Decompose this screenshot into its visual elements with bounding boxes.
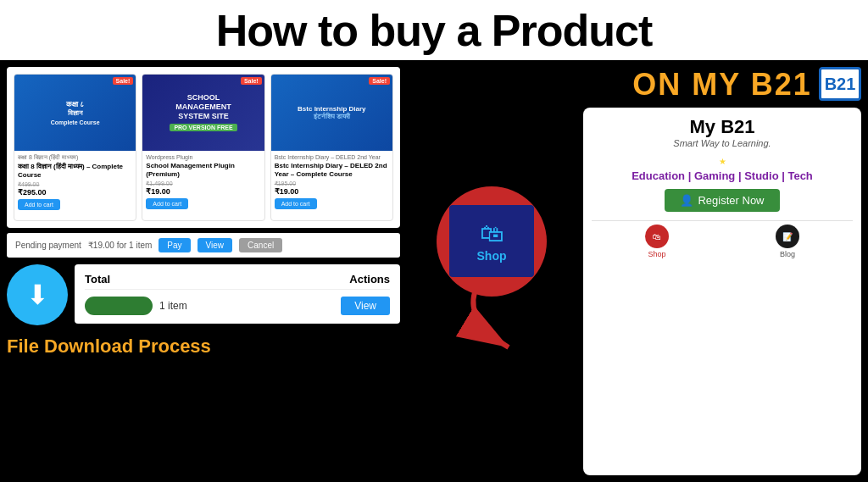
file-download-text: File Download Process (7, 336, 400, 358)
download-circle: ⬇ (7, 264, 68, 325)
add-to-cart-2[interactable]: Add to cart (146, 198, 188, 209)
shop-nav-label: Shop (648, 250, 665, 258)
star-row: ★ (719, 157, 726, 166)
blog-nav-icon: 📝 (782, 232, 793, 241)
person-icon: 👤 (680, 194, 693, 207)
product-name-1: कक्षा 8 विज्ञान (हिंदी माध्यम) – Complet… (18, 163, 132, 179)
product-price-new-2: ₹19.00 (146, 187, 260, 196)
school-mgmt-text: SCHOOL MANAGEMENT SYSTEM SITE PRO VERSIO… (170, 93, 236, 132)
order-item-text: 1 item (159, 300, 187, 312)
product-price-new-3: ₹19.00 (275, 187, 389, 196)
products-screenshot: Sale! कक्षा ८ विज्ञान Complete Course कक… (7, 67, 400, 228)
my-b21-title: My B21 (689, 116, 754, 138)
total-column-header: Total (85, 273, 110, 286)
middle-panel: 🛍 Shop (407, 60, 576, 482)
product-info-3: Bstc Internship Diary – DELED 2nd Year B… (271, 151, 392, 220)
blog-nav-label: Blog (780, 250, 795, 258)
product-name-2: School Management Plugin (Premium) (146, 162, 260, 178)
education-bar: Education | Gaming | Studio | Tech (632, 169, 813, 182)
red-arrow-svg (449, 288, 534, 356)
main-title: How to buy a Product (0, 0, 868, 60)
product-image-text-1: कक्षा ८ विज्ञान Complete Course (47, 97, 103, 129)
shop-circle: 🛍 Shop (437, 186, 547, 297)
pending-amount: ₹19.00 for 1 item (88, 241, 152, 250)
shop-label: Shop (477, 249, 507, 263)
order-view-button[interactable]: View (341, 297, 390, 315)
product-info-2: Wordpress Plugin School Management Plugi… (142, 151, 264, 220)
order-table: Total Actions 1 item View (75, 264, 400, 324)
register-now-button[interactable]: 👤 Register Now (665, 189, 779, 212)
product-type-1: कक्षा 8 विज्ञान (हिंदी माध्यम) (18, 154, 132, 161)
product-type-3: Bstc Internship Diary – DELED 2nd Year (275, 154, 389, 160)
lower-left-section: ⬇ Total Actions 1 item View (7, 264, 400, 325)
pro-badge: PRO VERSION FREE (170, 124, 236, 131)
product-card-1: Sale! कक्षा ८ विज्ञान Complete Course कक… (14, 74, 136, 221)
register-label: Register Now (698, 194, 764, 207)
nav-item-blog[interactable]: 📝 Blog (776, 225, 799, 258)
add-to-cart-3[interactable]: Add to cart (275, 198, 317, 209)
order-item-pill (85, 297, 153, 315)
shop-bag-icon: 🛍 (480, 219, 504, 247)
product-price-new-1: ₹295.00 (18, 188, 132, 197)
download-icon: ⬇ (26, 281, 49, 308)
smart-way-text: Smart Way to Learning. (673, 138, 771, 148)
phone-bottom-nav: 🛍 Shop 📝 Blog (592, 220, 853, 262)
pending-view-button[interactable]: View (198, 238, 233, 252)
shop-inner: 🛍 Shop (449, 205, 534, 277)
product-card-3: Sale! Bstc Internship Diary इंटर्नशिप डा… (270, 74, 393, 221)
b21-logo-text: B21 (825, 75, 856, 94)
pending-bar: Pending payment ₹19.00 for 1 item Pay Vi… (7, 233, 400, 258)
order-table-header: Total Actions (85, 273, 390, 290)
b21-logo-box: B21 (819, 67, 861, 101)
product-price-old-2: ₹1,499.00 (146, 180, 260, 187)
sale-badge-1: Sale! (113, 77, 134, 85)
product-info-1: कक्षा 8 विज्ञान (हिंदी माध्यम) कक्षा 8 व… (14, 151, 136, 220)
phone-mockup: My B21 Smart Way to Learning. ★ Educatio… (583, 108, 861, 475)
content-area: Sale! कक्षा ८ विज्ञान Complete Course कक… (0, 60, 868, 482)
product-card-2: Sale! SCHOOL MANAGEMENT SYSTEM SITE PRO … (142, 74, 264, 221)
sale-badge-3: Sale! (369, 77, 390, 85)
product-image-text-3: Bstc Internship Diary इंटर्नशिप डायरी (294, 102, 369, 125)
product-price-old-3: ₹195.00 (275, 180, 389, 187)
product-type-2: Wordpress Plugin (146, 154, 260, 160)
nav-item-shop[interactable]: 🛍 Shop (645, 225, 669, 258)
right-panel: ON MY B21 B21 My B21 Smart Way to Learni… (576, 60, 868, 482)
pending-cancel-button[interactable]: Cancel (239, 238, 282, 252)
add-to-cart-1[interactable]: Add to cart (18, 199, 60, 210)
order-table-row: 1 item View (85, 297, 390, 315)
left-panel: Sale! कक्षा ८ विज्ञान Complete Course कक… (0, 60, 407, 482)
shop-nav-dot: 🛍 (645, 225, 669, 248)
product-image-1: Sale! कक्षा ८ विज्ञान Complete Course (14, 75, 136, 151)
product-price-old-1: ₹499.00 (18, 181, 132, 188)
shop-nav-icon: 🛍 (653, 232, 661, 241)
product-name-3: Bstc Internship Diary – DELED 2nd Year –… (275, 162, 389, 178)
pending-pay-button[interactable]: Pay (159, 238, 190, 252)
product-image-2: Sale! SCHOOL MANAGEMENT SYSTEM SITE PRO … (142, 75, 264, 151)
product-image-3: Sale! Bstc Internship Diary इंटर्नशिप डा… (271, 75, 392, 151)
blog-nav-dot: 📝 (776, 225, 799, 248)
star-1: ★ (719, 157, 726, 166)
sale-badge-2: Sale! (241, 77, 262, 85)
pending-label: Pending payment (15, 241, 81, 250)
actions-column-header: Actions (349, 273, 390, 286)
